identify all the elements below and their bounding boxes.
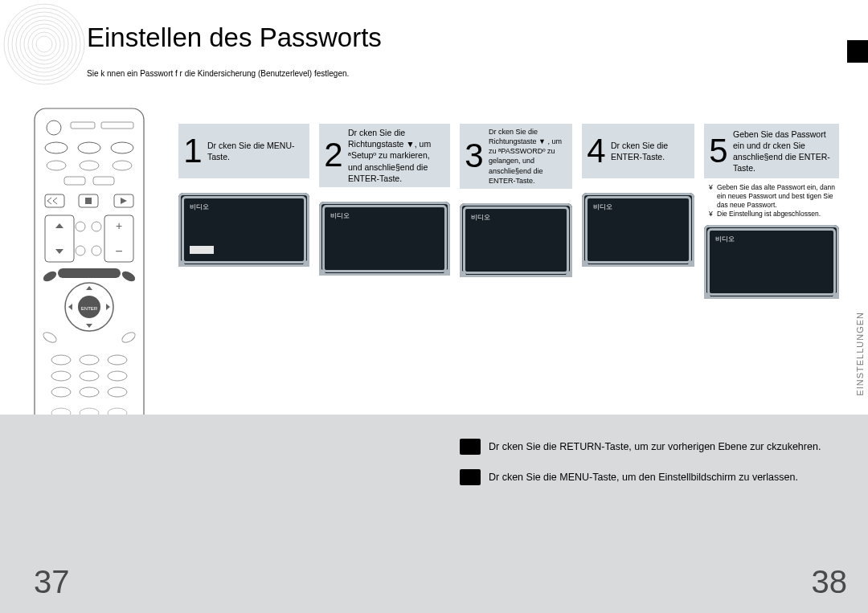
step-2-text: Dr cken Sie die Richtungstaste ▼, um ªSe… bbox=[348, 127, 445, 184]
side-tab-label: EINSTELLUNGEN bbox=[855, 312, 865, 396]
step-4-screen: 비디오 bbox=[582, 193, 694, 267]
screen-label: 비디오 bbox=[330, 211, 350, 220]
page-number-left: 37 bbox=[34, 564, 70, 600]
step-1-text: Dr cken Sie die MENU-Taste. bbox=[207, 140, 305, 162]
menu-hint: Dr cken Sie die MENU-Taste, um den Einst… bbox=[489, 472, 798, 483]
decorative-spiral bbox=[0, 0, 88, 88]
svg-point-2 bbox=[12, 12, 76, 76]
note-2: Die Einstellung ist abgeschlossen. bbox=[717, 210, 821, 219]
svg-point-1 bbox=[8, 8, 80, 80]
page-subtitle: Sie k nnen ein Passwort f r die Kindersi… bbox=[87, 69, 349, 78]
svg-text:ENTER: ENTER bbox=[81, 306, 98, 311]
note-1: Geben Sie das alte Passwort ein, dann ei… bbox=[717, 183, 839, 210]
step-5-notes: ¥ Geben Sie das alte Passwort ein, dann … bbox=[704, 183, 839, 219]
svg-point-7 bbox=[32, 32, 56, 56]
step-2-screen: 비디오 bbox=[319, 202, 450, 276]
step-5: 5 Geben Sie das Passwort ein und dr cken… bbox=[704, 124, 839, 299]
screen-label: 비디오 bbox=[471, 213, 490, 222]
svg-text:+: + bbox=[116, 219, 122, 232]
step-1-screen: 비디오 bbox=[178, 193, 309, 267]
screen-label: 비디오 bbox=[715, 235, 735, 243]
step-4: 4 Dr cken Sie die ENTER-Taste. 비디오 bbox=[582, 124, 694, 299]
step-1: 1 Dr cken Sie die MENU-Taste. 비디오 bbox=[178, 124, 309, 299]
step-3: 3 Dr cken Sie die Richtungstaste ▼ , um … bbox=[460, 124, 572, 299]
footer-hints: Dr cken Sie die RETURN-Taste, um zur vor… bbox=[460, 439, 821, 500]
screen-label: 비디오 bbox=[593, 202, 612, 211]
page-title: Einstellen des Passworts bbox=[87, 22, 382, 53]
note-bullet: ¥ bbox=[709, 183, 717, 210]
svg-point-3 bbox=[16, 16, 72, 72]
step-4-number: 4 bbox=[587, 134, 606, 168]
remote-control-illustration: + − ENTER bbox=[34, 108, 145, 453]
step-1-number: 1 bbox=[183, 134, 203, 168]
step-2: 2 Dr cken Sie die Richtungstaste ▼, um ª… bbox=[319, 124, 450, 299]
page-number-right: 38 bbox=[812, 564, 848, 600]
steps-row: 1 Dr cken Sie die MENU-Taste. 비디오 2 Dr c… bbox=[178, 124, 839, 299]
step-3-text: Dr cken Sie die Richtungstaste ▼ , um zu… bbox=[489, 127, 567, 186]
step-3-screen: 비디오 bbox=[460, 203, 572, 277]
svg-rect-23 bbox=[85, 198, 92, 204]
return-key-icon bbox=[460, 439, 481, 455]
step-5-number: 5 bbox=[709, 134, 728, 168]
svg-point-5 bbox=[24, 24, 64, 64]
svg-point-6 bbox=[28, 28, 60, 60]
step-5-text: Geben Sie das Passwort ein und dr cken S… bbox=[733, 129, 834, 174]
return-hint: Dr cken Sie die RETURN-Taste, um zur vor… bbox=[489, 441, 821, 452]
svg-rect-31 bbox=[58, 268, 121, 278]
black-edge-tab bbox=[847, 40, 868, 63]
step-3-number: 3 bbox=[465, 139, 484, 173]
svg-text:−: − bbox=[115, 244, 122, 258]
svg-rect-9 bbox=[35, 108, 144, 452]
step-2-number: 2 bbox=[324, 138, 343, 172]
screen-label: 비디오 bbox=[190, 202, 209, 211]
step-4-text: Dr cken Sie die ENTER-Taste. bbox=[611, 140, 690, 162]
menu-key-icon bbox=[460, 469, 481, 485]
svg-point-4 bbox=[20, 20, 68, 68]
step-5-screen: 비디오 bbox=[704, 225, 839, 299]
note-bullet: ¥ bbox=[709, 210, 717, 219]
svg-point-8 bbox=[36, 36, 52, 52]
